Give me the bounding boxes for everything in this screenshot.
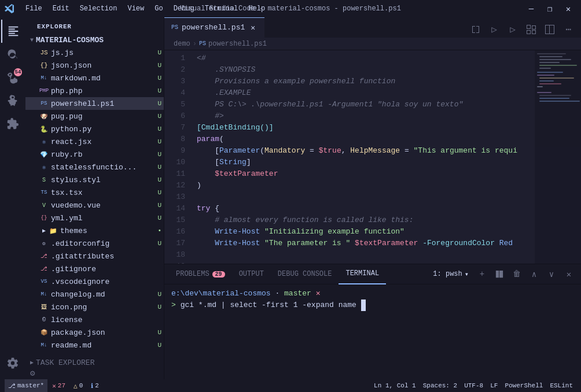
jsx-file-icon: ⚛ <box>39 137 49 146</box>
maximize-button[interactable]: ❐ <box>542 2 558 15</box>
split-editor-button[interactable] <box>468 21 484 38</box>
terminal-dropdown[interactable]: 1: pwsh ▾ <box>429 270 472 279</box>
file-badge-stateless: U <box>157 164 161 171</box>
new-terminal-button[interactable]: + <box>475 267 490 282</box>
status-bar: ⎇ master* ✕ 27 △ 0 ℹ 2 Ln 1, Col 1 Space… <box>0 379 581 392</box>
activity-debug-icon[interactable] <box>1 89 24 112</box>
sidebar-item-gitattributes[interactable]: ⎇ .gitattributes <box>25 250 164 262</box>
filename-iconpng: icon.png <box>51 303 157 312</box>
svg-rect-3 <box>539 62 560 63</box>
terminal-content[interactable]: e:\dev\material-cosmos · master ✕ > gci … <box>164 284 581 379</box>
output-label: OUTPUT <box>239 270 264 278</box>
run-debug-button[interactable]: ▷ <box>505 21 521 38</box>
menu-view[interactable]: View <box>123 3 149 14</box>
sidebar-item-license[interactable]: © license <box>25 313 164 326</box>
open-changes-button[interactable] <box>523 21 539 38</box>
filename-license: license <box>51 316 164 324</box>
more-actions-button[interactable]: ⋯ <box>560 21 576 38</box>
sidebar-item-changelogmd[interactable]: M↓ changelog.md U <box>25 288 164 301</box>
sidebar-item-ymlyml[interactable]: {} yml.yml U <box>25 212 164 224</box>
menu-go[interactable]: Go <box>150 3 167 14</box>
sidebar-item-themes[interactable]: ▶ 📁 themes • <box>25 224 164 237</box>
sidebar-item-pythonpy[interactable]: 🐍 python.py U <box>25 123 164 135</box>
status-spaces[interactable]: Spaces: 2 <box>420 379 461 392</box>
sidebar-item-rubyrb[interactable]: 💎 ruby.rb U <box>25 148 164 161</box>
terminal-prompt: > <box>171 301 176 309</box>
sidebar-item-phpphp[interactable]: PHP php.php U <box>25 84 164 97</box>
panel-tab-debug-console[interactable]: DEBUG CONSOLE <box>271 264 339 284</box>
status-position[interactable]: Ln 1, Col 1 <box>370 379 420 392</box>
sidebar-item-jsonjson[interactable]: {} json.json U <box>25 59 164 72</box>
filename-editorconfig: .editorconfig <box>51 239 157 248</box>
kill-terminal-button[interactable]: 🗑 <box>509 267 524 282</box>
terminal-path-line: e:\dev\material-cosmos · master ✕ <box>171 288 574 299</box>
sidebar-task-explorer[interactable]: ▶ TASK EXPLORER <box>25 356 164 367</box>
status-eslint[interactable]: ESLint <box>546 379 576 392</box>
sidebar-item-stateless[interactable]: ⚛ statelessfunctio... U <box>25 161 164 173</box>
status-info[interactable]: ℹ 2 <box>87 379 102 392</box>
status-errors[interactable]: ✕ 27 <box>49 379 69 392</box>
filename-themes: themes <box>60 227 157 235</box>
panel-scroll-up[interactable]: ∧ <box>527 267 542 282</box>
sidebar-settings-row[interactable]: ⚙ <box>25 367 164 379</box>
language-label: PowerShell <box>505 382 543 389</box>
tab-ps1-icon: PS <box>171 24 178 31</box>
encoding-label: UTF-8 <box>464 382 483 389</box>
file-badge-jsx: U <box>157 138 161 145</box>
minimize-button[interactable]: — <box>523 2 539 15</box>
debug-console-label: DEBUG CONSOLE <box>278 270 332 278</box>
tab-label-powershellps1: powershell.ps1 <box>182 23 245 32</box>
sidebar-item-pugpug[interactable]: 🐶 pug.pug U <box>25 110 164 123</box>
split-view-button[interactable] <box>542 21 558 38</box>
status-eol[interactable]: LF <box>487 379 501 392</box>
breadcrumb-demo[interactable]: demo <box>174 40 190 48</box>
tab-powershellps1[interactable]: PS powershell.ps1 ✕ <box>164 17 264 38</box>
sidebar-item-vuedemovue[interactable]: V vuedemo.vue U <box>25 199 164 212</box>
tab-close-button[interactable]: ✕ <box>248 23 258 32</box>
sidebar-item-iconpng[interactable]: 🖼 icon.png U <box>25 301 164 313</box>
sidebar-item-vscodeignore[interactable]: VS .vscodeignore <box>25 275 164 288</box>
activity-extensions-icon[interactable] <box>1 112 24 135</box>
rb-file-icon: 💎 <box>39 150 49 159</box>
sidebar-item-reactjsx[interactable]: ⚛ react.jsx U <box>25 135 164 148</box>
sidebar-item-jsjs[interactable]: JS js.js U <box>25 46 164 59</box>
menu-edit[interactable]: Edit <box>48 3 74 14</box>
sidebar-item-stylusstyl[interactable]: S stylus.styl U <box>25 173 164 186</box>
sidebar-item-packagejson[interactable]: 📦 package.json U <box>25 326 164 339</box>
activity-search-icon[interactable] <box>1 43 24 66</box>
panel-tab-output[interactable]: OUTPUT <box>232 264 271 284</box>
minimap <box>535 50 581 264</box>
run-file-button[interactable]: ▷ <box>486 21 502 38</box>
sidebar-item-editorconfig[interactable]: ⚙ .editorconfig U <box>25 237 164 250</box>
status-language[interactable]: PowerShell <box>501 379 546 392</box>
activity-source-control-icon[interactable]: 54 <box>1 66 24 89</box>
sidebar-item-readmemd[interactable]: M↓ readme.md U <box>25 339 164 352</box>
panel-tab-terminal[interactable]: TERMINAL <box>339 264 386 284</box>
menu-file[interactable]: File <box>21 3 47 14</box>
activity-settings-icon[interactable] <box>1 352 24 375</box>
sidebar-item-tsxtsx[interactable]: TS tsx.tsx U <box>25 186 164 199</box>
code-editor[interactable]: <# .SYNOPSIS Provisions a example powers… <box>192 50 535 264</box>
panel-close-button[interactable]: ✕ <box>561 267 576 282</box>
sidebar-item-powershellps1[interactable]: PS powershell.ps1 U <box>25 97 164 110</box>
close-button[interactable]: ✕ <box>560 2 576 15</box>
panel-tab-problems[interactable]: PROBLEMS 29 <box>169 264 232 284</box>
info-count: 2 <box>95 382 99 389</box>
menu-selection[interactable]: Selection <box>75 3 122 14</box>
activity-explorer-icon[interactable] <box>1 20 24 43</box>
sidebar-root-folder[interactable]: ▼ MATERIAL-COSMOS <box>25 34 164 46</box>
sidebar-item-gitignore[interactable]: ⎇ .gitignore <box>25 262 164 275</box>
status-warnings[interactable]: △ 0 <box>70 379 86 392</box>
split-terminal-button[interactable] <box>492 267 507 282</box>
vue-file-icon: V <box>39 201 49 210</box>
status-encoding[interactable]: UTF-8 <box>461 379 487 392</box>
git-branch-icon: ⎇ <box>8 382 16 390</box>
breadcrumb-file[interactable]: powershell.ps1 <box>208 40 267 48</box>
root-folder-label: MATERIAL-COSMOS <box>36 36 104 45</box>
package-json-icon: 📦 <box>39 328 49 337</box>
task-explorer-label: TASK EXPLORER <box>36 358 94 367</box>
status-git-branch[interactable]: ⎇ master* <box>5 379 47 392</box>
panel-scroll-down[interactable]: ∨ <box>544 267 559 282</box>
sidebar-item-markdownmd[interactable]: M↓ markdown.md U <box>25 72 164 84</box>
editor-area: PS powershell.ps1 ✕ ▷ ▷ ⋯ demo <box>164 17 581 379</box>
